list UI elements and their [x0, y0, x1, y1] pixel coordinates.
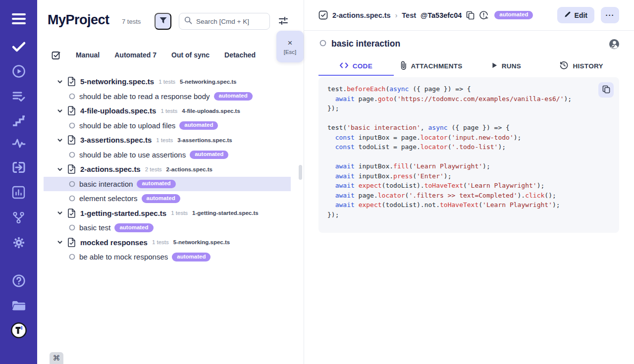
tree-file-row[interactable]: 5-networking.spec.ts1 tests5-networking.…: [44, 74, 291, 89]
sidebar: [0, 0, 37, 364]
status-filter-tabs: Manual Automated 7 Out of sync Detached: [52, 48, 256, 62]
git-branch-icon[interactable]: [12, 211, 25, 224]
gear-icon[interactable]: [12, 236, 26, 250]
tests-count: 7 tests: [122, 18, 141, 25]
breadcrumb-file[interactable]: 2-actions.spec.ts: [332, 11, 391, 19]
edit-button-label: Edit: [575, 11, 587, 19]
search-box: [179, 13, 270, 30]
code-line: await inputBox.fill('Learn Playwright');: [327, 161, 610, 171]
bar-chart-icon[interactable]: [12, 186, 25, 199]
file-name: mocked responses: [80, 238, 148, 247]
detail-topbar: 2-actions.spec.ts › Test @Ta53efc04 auto…: [304, 0, 634, 31]
chevron-down-icon[interactable]: [57, 108, 63, 114]
chevron-down-icon[interactable]: [57, 210, 63, 216]
code-card: test.beforeEach(async ({ page }) => { aw…: [318, 77, 619, 233]
tree-file-row[interactable]: 1-getting-started.spec.ts1 tests1-gettin…: [44, 206, 291, 221]
tab-out-of-sync[interactable]: Out of sync: [171, 51, 210, 59]
tab-history[interactable]: HISTORY: [544, 57, 619, 76]
sign-in-icon[interactable]: [12, 161, 26, 174]
history-icon: [560, 61, 568, 71]
tree-test-row[interactable]: should be able to read a response bodyau…: [44, 89, 291, 104]
spec-file-icon: [67, 238, 76, 247]
search-input[interactable]: [196, 18, 264, 25]
automated-badge: automated: [142, 194, 180, 203]
tree-test-row[interactable]: element selectorsautomated: [44, 191, 291, 206]
assignee-avatar[interactable]: [609, 39, 620, 50]
chevron-down-icon[interactable]: [57, 79, 63, 85]
spec-file-icon: [67, 208, 76, 218]
automated-badge: automated: [114, 223, 153, 232]
chevron-down-icon[interactable]: [57, 239, 63, 245]
tree-test-row[interactable]: should be able to upload filesautomated: [44, 118, 291, 133]
tab-code-label: CODE: [353, 62, 372, 70]
tab-automated[interactable]: Automated 7: [114, 51, 157, 59]
more-button[interactable]: ···: [601, 7, 619, 23]
run-list-icon[interactable]: [12, 90, 26, 103]
filter-button[interactable]: [155, 13, 171, 30]
automated-badge: automated: [214, 92, 253, 101]
tree-file-row[interactable]: 4-file-uploads.spec.ts1 tests4-file-uplo…: [44, 104, 291, 118]
tree-file-row[interactable]: 3-assertions.spec.ts1 tests3-assertions.…: [44, 133, 291, 148]
sync-status-icon[interactable]: [479, 10, 488, 20]
automated-badge: automated: [172, 253, 211, 261]
tab-runs[interactable]: RUNS: [469, 57, 544, 76]
scrollbar-thumb[interactable]: [299, 165, 302, 180]
breadcrumb-type: Test: [402, 11, 416, 19]
tree-test-row[interactable]: basic testautomated: [44, 220, 291, 235]
test-name: element selectors: [79, 194, 138, 203]
file-path: 3-assertions.spec.ts: [177, 137, 232, 143]
detail-tabs: CODE ATTACHMENTS RUNS HISTORY: [318, 57, 619, 76]
settings-sliders-icon[interactable]: [278, 16, 288, 27]
test-status-icon: [69, 254, 75, 260]
test-name: should be able to use assertions: [79, 151, 186, 159]
test-doc-icon: [318, 10, 328, 20]
pencil-icon: [564, 11, 571, 19]
tab-attachments[interactable]: ATTACHMENTS: [394, 57, 469, 76]
paperclip-icon: [400, 61, 407, 71]
test-title-row: basic interaction: [304, 31, 634, 57]
check-icon[interactable]: [11, 40, 26, 53]
tree-test-row[interactable]: be able to mock responsesautomated: [44, 250, 291, 264]
test-status-icon: [69, 224, 75, 231]
code-line: test('basic interaction', async ({ page …: [327, 123, 610, 133]
test-status-icon: [69, 181, 75, 187]
project-title: MyProject: [48, 12, 109, 28]
funnel-icon: [159, 16, 167, 26]
tree-file-row[interactable]: mocked responses1 tests5-networking.spec…: [44, 235, 291, 250]
app-window: MyProject 7 tests Manual Automated 7 Out…: [0, 0, 634, 364]
spec-file-icon: [67, 77, 76, 86]
steps-icon[interactable]: [12, 115, 26, 127]
command-key-button[interactable]: ⌘: [50, 352, 63, 364]
copy-code-button[interactable]: [598, 82, 614, 98]
tab-runs-label: RUNS: [502, 62, 521, 70]
automated-badge: automated: [137, 180, 175, 189]
tree-test-row[interactable]: basic interactionautomated: [44, 177, 291, 192]
test-detail-panel: 2-actions.spec.ts › Test @Ta53efc04 auto…: [304, 0, 634, 364]
menu-icon[interactable]: [11, 12, 27, 25]
tree-file-row[interactable]: 2-actions.spec.ts2 tests2-actions.spec.t…: [44, 162, 291, 177]
close-icon[interactable]: ×: [288, 39, 293, 47]
file-test-count: 2 tests: [145, 166, 162, 172]
tab-detached[interactable]: Detached: [224, 51, 256, 59]
chevron-down-icon[interactable]: [57, 166, 63, 172]
play-circle-icon[interactable]: [12, 64, 26, 78]
test-name: basic test: [79, 223, 110, 232]
test-status-icon: [69, 93, 75, 100]
file-name: 3-assertions.spec.ts: [80, 136, 152, 144]
help-icon[interactable]: [12, 274, 26, 288]
select-all-icon[interactable]: [52, 51, 61, 60]
copy-icon[interactable]: [466, 11, 475, 20]
edit-button[interactable]: Edit: [557, 7, 594, 23]
folder-icon[interactable]: [11, 300, 26, 312]
tab-code[interactable]: CODE: [318, 57, 394, 76]
test-title: basic interaction: [331, 39, 400, 49]
test-list-panel: MyProject 7 tests Manual Automated 7 Out…: [37, 0, 304, 364]
tab-history-label: HISTORY: [573, 62, 603, 70]
chevron-down-icon[interactable]: [57, 137, 63, 143]
tree-test-row[interactable]: should be able to use assertionsautomate…: [44, 148, 291, 162]
app-logo[interactable]: [10, 322, 27, 339]
code-line: await page.locator('.filters >> text=Com…: [327, 191, 610, 201]
test-id: @Ta53efc04: [421, 11, 462, 19]
activity-icon[interactable]: [12, 138, 26, 149]
tab-manual[interactable]: Manual: [76, 51, 100, 59]
